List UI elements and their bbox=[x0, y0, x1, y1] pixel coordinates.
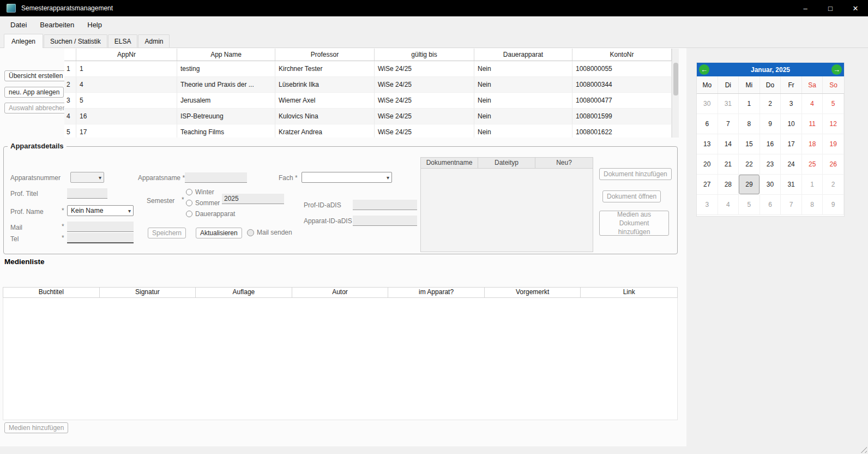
semester-year-input[interactable] bbox=[222, 194, 284, 204]
calendar-day[interactable]: 6 bbox=[760, 195, 781, 215]
calendar-day[interactable]: 31 bbox=[781, 175, 802, 195]
app-table-column-header[interactable]: Dauerapparat bbox=[474, 49, 572, 61]
calendar-day[interactable]: 18 bbox=[802, 134, 823, 154]
medien-hinzufuegen-button[interactable]: Medien hinzufügen bbox=[4, 422, 68, 433]
calendar-day[interactable]: 3 bbox=[697, 195, 718, 215]
calendar-day[interactable]: 11 bbox=[802, 114, 823, 134]
mail-input[interactable] bbox=[67, 222, 134, 232]
calendar-day[interactable]: 17 bbox=[781, 134, 802, 154]
dokument-hinzufuegen-button[interactable]: Dokument hinzufügen bbox=[599, 168, 672, 180]
prof-name-select[interactable]: Kein Name ▾ bbox=[67, 205, 134, 216]
media-table-column-header[interactable]: Autor bbox=[292, 288, 389, 297]
calendar-prev-button[interactable]: ← bbox=[699, 64, 709, 75]
calendar-day[interactable]: 25 bbox=[802, 154, 823, 175]
dauerapparat-radio[interactable]: Dauerapparat bbox=[186, 210, 235, 218]
menu-bearbeiten[interactable]: Bearbeiten bbox=[33, 18, 81, 32]
calendar-day[interactable]: 27 bbox=[697, 175, 718, 195]
app-table-column-header[interactable]: gültig bis bbox=[375, 49, 474, 61]
app-table-column-header[interactable]: KontoNr bbox=[572, 49, 672, 61]
calendar-day[interactable]: 4 bbox=[802, 94, 823, 114]
calendar-day[interactable]: 5 bbox=[823, 94, 844, 114]
calendar-day[interactable]: 1 bbox=[802, 175, 823, 195]
calendar-next-button[interactable]: → bbox=[831, 64, 842, 75]
apparatsnummer-select[interactable]: ▾ bbox=[70, 172, 104, 183]
medien-aus-dokument-button[interactable]: Medien aus Dokument hinzufügen bbox=[599, 211, 669, 236]
menu-datei[interactable]: Datei bbox=[4, 18, 33, 32]
minimize-button[interactable]: – bbox=[793, 0, 818, 16]
app-table-column-header[interactable]: AppNr bbox=[76, 49, 177, 61]
table-row[interactable]: 517Teaching FilmsKratzer AndreaWiSe 24/2… bbox=[64, 124, 672, 138]
sommer-radio[interactable]: Sommer bbox=[186, 199, 220, 207]
calendar-day[interactable]: 23 bbox=[760, 154, 781, 175]
prof-titel-input[interactable] bbox=[67, 188, 107, 199]
table-row[interactable]: 11testingKirchner TesterWiSe 24/25Nein10… bbox=[64, 61, 672, 77]
calendar-day[interactable]: 20 bbox=[697, 154, 718, 175]
calendar-day[interactable]: 2 bbox=[823, 175, 844, 195]
calendar-day[interactable]: 14 bbox=[718, 134, 739, 154]
calendar-day[interactable]: 30 bbox=[760, 175, 781, 195]
calendar-day[interactable]: 10 bbox=[781, 114, 802, 134]
tab-suchen-statistik[interactable]: Suchen / Statistik bbox=[44, 34, 107, 47]
calendar-day[interactable]: 13 bbox=[697, 134, 718, 154]
calendar-day[interactable]: 26 bbox=[823, 154, 844, 175]
close-button[interactable]: ✕ bbox=[843, 0, 868, 16]
calendar-day[interactable]: 30 bbox=[697, 94, 718, 114]
calendar-day[interactable]: 31 bbox=[718, 94, 739, 114]
calendar-day[interactable]: 6 bbox=[697, 114, 718, 134]
calendar-day[interactable]: 22 bbox=[739, 154, 760, 175]
calendar-day[interactable]: 16 bbox=[760, 134, 781, 154]
tab-elsa[interactable]: ELSA bbox=[108, 34, 138, 47]
calendar-day[interactable]: 5 bbox=[739, 195, 760, 215]
calendar-day[interactable]: 24 bbox=[781, 154, 802, 175]
table-row[interactable]: 24Theorie und Praxis der ...Lüsebrink Il… bbox=[64, 77, 672, 93]
calendar-day[interactable]: 7 bbox=[781, 195, 802, 215]
maximize-button[interactable]: □ bbox=[818, 0, 843, 16]
table-row[interactable]: 35JerusalemWiemer AxelWiSe 24/25Nein1008… bbox=[64, 93, 672, 109]
apparatsname-input[interactable] bbox=[185, 172, 247, 183]
calendar-day[interactable]: 21 bbox=[718, 154, 739, 175]
doc-table-column-header[interactable]: Dateityp bbox=[478, 158, 535, 169]
calendar-day[interactable]: 28 bbox=[718, 175, 739, 195]
mail-senden-checkbox[interactable]: Mail senden bbox=[247, 229, 292, 236]
calendar-day[interactable]: 2 bbox=[760, 94, 781, 114]
scrollbar-thumb[interactable] bbox=[673, 63, 678, 95]
doc-table-column-header[interactable]: Dokumentname bbox=[421, 158, 478, 169]
tab-admin[interactable]: Admin bbox=[138, 34, 170, 47]
winter-radio[interactable]: Winter bbox=[186, 188, 214, 196]
speichern-button[interactable]: Speichern bbox=[148, 228, 186, 238]
table-row[interactable]: 416ISP-BetreuungKulovics NinaWiSe 24/25N… bbox=[64, 109, 672, 124]
calendar-day[interactable]: 8 bbox=[802, 195, 823, 215]
calendar-day[interactable]: 1 bbox=[739, 94, 760, 114]
calendar-day[interactable]: 15 bbox=[739, 134, 760, 154]
prof-id-adis-input[interactable] bbox=[353, 200, 417, 210]
app-table-scrollbar[interactable] bbox=[672, 49, 679, 138]
calendar-day[interactable]: 4 bbox=[718, 195, 739, 215]
media-table-column-header[interactable]: im Apparat? bbox=[388, 288, 485, 297]
calendar-day[interactable]: 9 bbox=[823, 195, 844, 215]
calendar-day[interactable]: 8 bbox=[739, 114, 760, 134]
resize-grip-icon[interactable] bbox=[860, 446, 867, 453]
tab-anlegen[interactable]: Anlegen bbox=[4, 34, 43, 48]
aktualisieren-button[interactable]: Aktualisieren bbox=[196, 228, 242, 238]
calendar-day[interactable]: 29 bbox=[739, 175, 760, 195]
media-table-column-header[interactable]: Signatur bbox=[100, 288, 196, 297]
media-table-column-header[interactable]: Buchtitel bbox=[3, 288, 100, 297]
media-table-column-header[interactable]: Vorgemerkt bbox=[485, 288, 581, 297]
apparat-id-adis-input[interactable] bbox=[353, 216, 417, 226]
media-table-column-header[interactable]: Auflage bbox=[196, 288, 292, 297]
calendar-day[interactable]: 7 bbox=[718, 114, 739, 134]
tel-input[interactable] bbox=[67, 233, 134, 243]
uebersicht-erstellen-button[interactable]: Übersicht erstellen bbox=[4, 70, 67, 81]
calendar-day[interactable]: 12 bbox=[823, 114, 844, 134]
menu-help[interactable]: Help bbox=[81, 18, 108, 32]
app-table-column-header[interactable]: App Name bbox=[177, 49, 275, 61]
app-table-column-header[interactable]: Professor bbox=[275, 49, 375, 61]
calendar-day[interactable]: 19 bbox=[823, 134, 844, 154]
auswahl-abbrechen-button[interactable]: Auswahl abbrechen bbox=[4, 103, 70, 113]
fach-select[interactable]: ▾ bbox=[302, 172, 392, 183]
neu-app-anlegen-button[interactable]: neu. App anlegen bbox=[4, 87, 64, 98]
calendar-day[interactable]: 9 bbox=[760, 114, 781, 134]
doc-table-column-header[interactable]: Neu? bbox=[535, 158, 593, 169]
dokument-oeffnen-button[interactable]: Dokument öffnen bbox=[602, 190, 661, 202]
media-table-column-header[interactable]: Link bbox=[581, 288, 677, 297]
